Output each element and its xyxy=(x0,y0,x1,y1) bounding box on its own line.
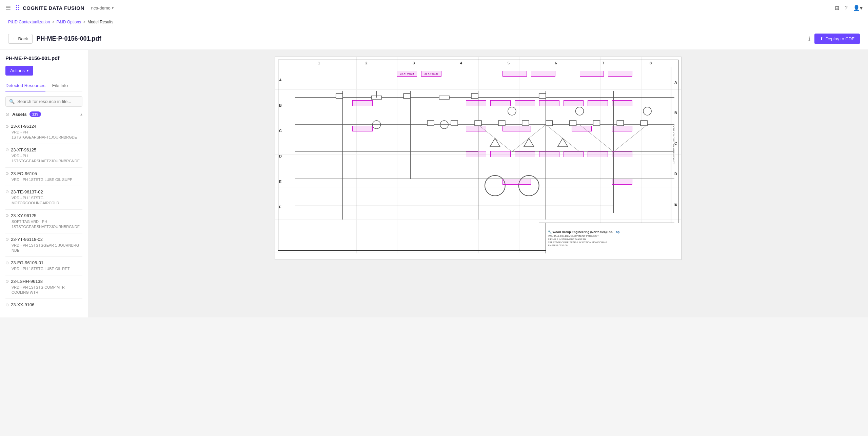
search-input[interactable] xyxy=(17,99,79,104)
diagram-svg-wrapper[interactable]: 1 2 3 4 5 6 7 8 A B C D xyxy=(275,57,681,253)
row-label-a: A xyxy=(279,78,282,82)
svg-line-14 xyxy=(580,125,614,152)
asset-icon: ⊙ xyxy=(5,279,9,284)
svg-rect-37 xyxy=(570,121,576,126)
svg-rect-35 xyxy=(522,121,529,126)
assets-icon: ⊙ xyxy=(5,111,9,117)
svg-rect-39 xyxy=(617,121,624,126)
col-label-8: 8 xyxy=(650,61,652,65)
breadcrumb-current: Model Results xyxy=(87,20,113,24)
svg-rect-38 xyxy=(593,121,600,126)
actions-button[interactable]: Actions ▾ xyxy=(5,66,33,76)
asset-description: VRD - PH 1STSTGGEARSHAFT2JOURNBRGNDE xyxy=(5,153,82,164)
title-block-docno: PH-ME-P-0156-001 xyxy=(548,244,569,247)
svg-point-42 xyxy=(519,175,539,196)
file-title: PH-ME-P-0156-001.pdf xyxy=(37,35,101,42)
user-icon[interactable]: 👤▾ xyxy=(853,5,863,11)
svg-marker-21 xyxy=(490,138,500,147)
file-header-left: ← Back PH-ME-P-0156-001.pdf xyxy=(8,34,101,44)
grid-icon[interactable]: ⊞ xyxy=(835,5,839,11)
app-logo: ⠿ COGNITE DATA FUSION xyxy=(15,4,84,12)
asset-item[interactable]: ⊙ 23-FO-96105 VRD - PH 1STSTG LUBE OIL S… xyxy=(5,168,82,186)
svg-marker-22 xyxy=(524,138,534,147)
asset-list: ⊙ 23-XT-96124 VRD - PH 1STSTGGEARSHAFT1J… xyxy=(5,120,82,312)
asset-item[interactable]: ⊙ 23-YT-96118-02 VRD - PH 1STSTGGEAR 1 J… xyxy=(5,233,82,257)
title-block-subtitle: PIPING & INSTRUMENT DIAGRAM xyxy=(548,238,586,241)
asset-name: 23-LSHH-96138 xyxy=(11,279,43,284)
svg-rect-31 xyxy=(427,121,434,126)
svg-rect-34 xyxy=(498,121,505,126)
svg-rect-33 xyxy=(475,121,481,126)
row-label-c: C xyxy=(279,129,282,133)
assets-header[interactable]: ⊙ Assets 119 ▴ xyxy=(5,111,82,117)
content-area: PH-ME-P-0156-001.pdf Actions ▾ Detected … xyxy=(0,50,868,317)
svg-point-41 xyxy=(485,175,505,196)
help-icon[interactable]: ? xyxy=(845,5,848,11)
svg-rect-30 xyxy=(539,94,546,99)
asset-name: 23-YT-96118-02 xyxy=(11,237,43,242)
assets-section: ⊙ Assets 119 ▴ ⊙ 23-XT-96124 VRD - PH 1S… xyxy=(5,111,82,312)
col-label-1: 1 xyxy=(318,61,320,65)
asset-name: 23-TE-96137-02 xyxy=(11,189,43,194)
deploy-button[interactable]: ⬆ Deploy to CDF xyxy=(814,34,860,44)
asset-name: 23-XY-96125 xyxy=(11,213,36,218)
asset-name: 23-XT-96125 xyxy=(11,147,36,152)
asset-description: SOFT TAG VRD - PH 1STSTGGEARSHAFT2JOURNB… xyxy=(5,219,82,230)
deploy-icon: ⬆ xyxy=(820,36,824,41)
col-label-2: 2 xyxy=(366,61,368,65)
asset-description: VRD - PH 1STSTG LUBE OIL RET xyxy=(5,266,82,271)
asset-icon: ⊙ xyxy=(5,147,9,152)
file-header-right: ℹ ⬆ Deploy to CDF xyxy=(808,34,860,44)
search-icon: 🔍 xyxy=(9,99,15,104)
asset-item[interactable]: ⊙ 23-FG-96105-01 VRD - PH 1STSTG LUBE OI… xyxy=(5,257,82,275)
asset-item[interactable]: ⊙ 23-XT-96124 VRD - PH 1STSTGGEARSHAFT1J… xyxy=(5,120,82,144)
tab-file-info[interactable]: File Info xyxy=(52,80,68,91)
asset-item[interactable]: ⊙ 23-LSHH-96138 VRD - PH 1STSTG COMP MTR… xyxy=(5,275,82,299)
row-label-a-right: A xyxy=(674,80,677,84)
back-button[interactable]: ← Back xyxy=(8,34,33,44)
row-label-c-right: C xyxy=(674,141,677,145)
svg-marker-23 xyxy=(558,138,568,147)
company-logo: 🔧 Wood Group Engineering (North Sea) Ltd… xyxy=(548,230,613,234)
asset-description: VRD - PH 1STSTG COMP MTR COOLING WTR xyxy=(5,285,82,295)
assets-header-left: ⊙ Assets 119 xyxy=(5,111,41,117)
title-block: 🔧 Wood Group Engineering (North Sea) Ltd… xyxy=(546,223,681,253)
breadcrumb-link-1[interactable]: P&ID Contextualization xyxy=(8,20,50,24)
svg-point-19 xyxy=(576,107,584,115)
row-label-e: E xyxy=(279,180,282,184)
breadcrumb-link-2[interactable]: P&ID Options xyxy=(56,20,81,24)
project-selector[interactable]: ncs-demo ▾ xyxy=(91,5,114,11)
asset-item[interactable]: ⊙ 23-XY-96125 SOFT TAG VRD - PH 1STSTGGE… xyxy=(5,210,82,233)
svg-rect-27 xyxy=(336,94,343,99)
svg-point-18 xyxy=(508,107,516,115)
asset-item[interactable]: ⊙ 23-XX-9106 xyxy=(5,299,82,312)
tab-detected-resources[interactable]: Detected Resources xyxy=(5,80,45,91)
asset-item[interactable]: ⊙ 23-XT-96125 VRD - PH 1STSTGGEARSHAFT2J… xyxy=(5,144,82,168)
diagram-area: 1 2 3 4 5 6 7 8 A B C D xyxy=(88,50,868,317)
asset-icon: ⊙ xyxy=(5,237,9,242)
col-label-4: 4 xyxy=(460,61,462,65)
svg-rect-26 xyxy=(439,96,449,99)
bp-logo: bp xyxy=(616,230,619,234)
pid-diagram: 1 2 3 4 5 6 7 8 A B C D xyxy=(275,57,681,253)
asset-item[interactable]: ⊙ 23-TE-96137-02 VRD - PH 1STSTG MOTORCO… xyxy=(5,186,82,210)
col-label-6: 6 xyxy=(555,61,557,65)
asset-icon: ⊙ xyxy=(5,303,9,307)
sidebar-tabs: Detected Resources File Info xyxy=(5,80,82,91)
breadcrumb-sep-2: > xyxy=(83,20,85,24)
asset-description: VRD - PH 1STSTGGEAR 1 JOURNBRG NDE xyxy=(5,243,82,253)
app-title: COGNITE DATA FUSION xyxy=(23,5,84,11)
sidebar: PH-ME-P-0156-001.pdf Actions ▾ Detected … xyxy=(0,50,88,317)
info-icon[interactable]: ℹ xyxy=(808,36,810,42)
topnav-actions: ⊞ ? 👤▾ xyxy=(835,5,863,11)
asset-icon: ⊙ xyxy=(5,189,9,194)
asset-name: 23-FO-96105 xyxy=(11,171,37,176)
svg-rect-29 xyxy=(471,94,478,99)
asset-name: 23-XT-96124 xyxy=(11,124,36,129)
diagram-container: 1 2 3 4 5 6 7 8 A B C D xyxy=(275,57,682,260)
col-label-7: 7 xyxy=(602,61,604,65)
asset-description: VRD - PH 1STSTGGEARSHAFT1JOURNBRGDE xyxy=(5,130,82,140)
chevron-down-icon: ▾ xyxy=(112,6,114,10)
menu-icon[interactable]: ☰ xyxy=(5,4,11,12)
row-label-f: F xyxy=(279,205,282,209)
